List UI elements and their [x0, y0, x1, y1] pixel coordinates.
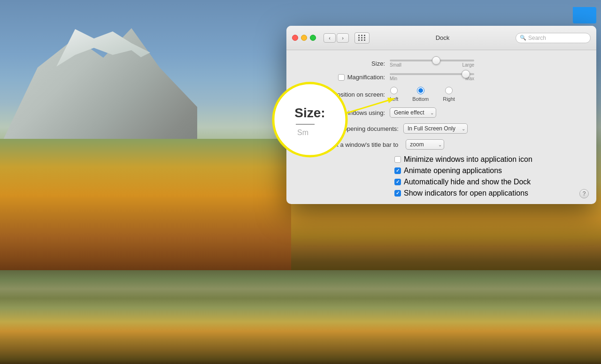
autohide-row: ✓ Automatically hide and show the Dock: [394, 178, 582, 186]
autohide-checkbox-row: ✓ Automatically hide and show the Dock: [394, 178, 531, 186]
size-slider-thumb[interactable]: [432, 56, 440, 65]
tabs-select[interactable]: In Full Screen Only Always Never: [403, 123, 468, 134]
search-placeholder: Search: [528, 35, 546, 41]
magnification-setting-row: Magnification: Min Max: [296, 73, 582, 81]
magnification-slider-track: [390, 73, 474, 75]
double-click-checkbox[interactable]: ✓: [296, 141, 302, 148]
search-bar[interactable]: 🔍 Search: [516, 33, 591, 43]
help-button[interactable]: ?: [579, 189, 589, 198]
position-left-option: Left: [390, 87, 398, 102]
autohide-checkmark: ✓: [396, 180, 400, 184]
min-icon-checkbox-row: Minimize windows into application icon: [394, 155, 532, 164]
checkmark-icon: ✓: [297, 142, 301, 147]
search-icon: 🔍: [520, 35, 526, 41]
size-slider-track: [390, 60, 474, 61]
grid-dots-icon: [358, 35, 366, 41]
size-slider-labels: Small Large: [390, 62, 474, 68]
size-label: Size:: [296, 60, 390, 67]
magnification-slider-labels: Min Max: [390, 76, 474, 81]
tabs-select-wrapper: In Full Screen Only Always Never ⌄: [403, 123, 468, 134]
position-bottom-radio[interactable]: [417, 87, 424, 94]
position-right-label: Right: [443, 96, 455, 102]
zoom-button[interactable]: [310, 35, 316, 41]
size-setting-row: Size: Small Large: [296, 60, 582, 68]
indicators-checkmark: ✓: [396, 191, 400, 196]
double-click-select[interactable]: zoom minimize: [406, 139, 444, 150]
folder-body: [573, 7, 596, 23]
animate-checkbox-row: ✓ Animate opening applications: [394, 167, 502, 175]
minimize-select[interactable]: Genie effect Scale effect: [390, 107, 436, 118]
magnification-slider-container: Min Max: [390, 73, 582, 81]
minimize-select-wrapper: Genie effect Scale effect ⌄: [390, 107, 436, 118]
position-left-radio[interactable]: [390, 87, 398, 94]
min-icon-row: Minimize windows into application icon: [394, 155, 582, 164]
position-setting-row: Position on screen: Left Bottom Right: [296, 87, 582, 102]
forest-background: [0, 139, 291, 280]
minimize-setting-row: Minimize windows using: Genie effect Sca…: [296, 107, 582, 118]
magnification-slider-thumb[interactable]: [462, 70, 470, 78]
double-click-setting-row: ✓ Double-click a window's title bar to z…: [296, 139, 582, 150]
forward-button[interactable]: ›: [337, 33, 349, 43]
folder-icon[interactable]: [573, 5, 596, 23]
magnification-label-container: Magnification:: [296, 74, 390, 81]
size-slider-container: Small Large: [390, 60, 582, 68]
window-title: Dock: [373, 34, 512, 41]
double-click-label: Double-click a window's title bar to: [305, 141, 398, 148]
size-small-label: Small: [390, 62, 401, 68]
indicators-checkbox-row: ✓ Show indicators for open applications: [394, 189, 528, 197]
double-click-select-wrapper: zoom minimize ⌄: [406, 139, 444, 150]
position-right-radio[interactable]: [445, 87, 453, 94]
autohide-checkbox[interactable]: ✓: [394, 179, 401, 185]
position-bottom-option: Bottom: [412, 87, 429, 102]
checkboxes-area: Minimize windows into application icon ✓…: [296, 155, 582, 197]
animate-checkbox[interactable]: ✓: [394, 167, 401, 174]
minimize-label: Minimize windows using:: [296, 109, 390, 116]
min-icon-label: Minimize windows into application icon: [404, 155, 532, 164]
animate-label: Animate opening applications: [404, 167, 502, 175]
traffic-lights: [292, 35, 316, 41]
position-radio-group: Left Bottom Right: [390, 87, 455, 102]
indicators-label: Show indicators for open applications: [404, 189, 528, 197]
tabs-setting-row: Prefer tabs when opening documents: In F…: [296, 123, 582, 134]
close-button[interactable]: [292, 35, 298, 41]
title-bar: ‹ › Dock 🔍 Search: [286, 26, 596, 50]
back-button[interactable]: ‹: [324, 33, 336, 43]
content-area: Size: Small Large Magnification:: [286, 50, 596, 204]
animate-checkmark: ✓: [396, 168, 400, 173]
indicators-row: ✓ Show indicators for open applications: [394, 189, 582, 197]
magnification-checkbox[interactable]: [338, 74, 345, 81]
grid-view-button[interactable]: [354, 32, 370, 44]
position-bottom-label: Bottom: [412, 96, 429, 102]
autohide-label: Automatically hide and show the Dock: [404, 178, 531, 186]
tabs-label: Prefer tabs when opening documents:: [296, 125, 403, 132]
indicators-checkbox[interactable]: ✓: [394, 190, 401, 197]
nav-buttons: ‹ ›: [324, 33, 349, 43]
water-reflection: [0, 270, 601, 364]
size-large-label: Large: [462, 62, 474, 68]
position-right-option: Right: [443, 87, 455, 102]
animate-row: ✓ Animate opening applications: [394, 167, 582, 175]
minimize-button[interactable]: [301, 35, 307, 41]
dock-preferences-window: ‹ › Dock 🔍 Search Size:: [286, 26, 596, 204]
position-label: Position on screen:: [296, 91, 390, 98]
min-icon-checkbox[interactable]: [394, 156, 401, 163]
position-left-label: Left: [390, 96, 398, 102]
magnification-label: Magnification:: [347, 74, 385, 81]
magnification-min-label: Min: [390, 76, 397, 81]
